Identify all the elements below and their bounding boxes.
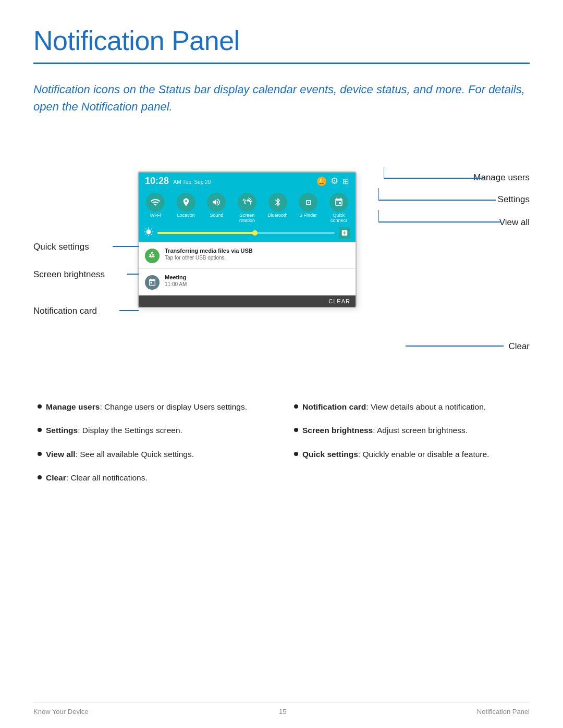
qs-screen-rotation[interactable]: Screen rotation [234, 193, 261, 223]
screen-brightness-label: Screen brightness [33, 269, 105, 280]
bullet-screen-brightness: Screen brightness: Adjust screen brightn… [294, 424, 525, 436]
bullet-dot [38, 452, 42, 456]
qs-bluetooth[interactable]: Bluetooth [264, 193, 291, 223]
clear-bar[interactable]: CLEAR [139, 295, 356, 307]
qs-location[interactable]: Location [173, 193, 200, 223]
meeting-icon [145, 275, 160, 290]
bullet-manage-users: Manage users: Change users or display Us… [38, 401, 269, 413]
quick-settings-callout: Quick settings [33, 242, 89, 252]
status-icons: 🔔 ⚙ ⊞ [317, 176, 349, 187]
grid-icon: ⊞ [342, 177, 349, 186]
brightness-thumb [252, 230, 258, 236]
quick-settings-label: Quick settings [33, 242, 89, 252]
notif-usb-text: Transferring media files via USB Tap for… [165, 248, 253, 261]
notification-area: Transferring media files via USB Tap for… [139, 242, 356, 295]
settings-line [378, 200, 496, 201]
bullet-quick-settings: Quick settings: Quickly enable or disabl… [294, 448, 525, 460]
view-all-callout: View all [499, 217, 530, 228]
sound-label: Sound [210, 213, 223, 218]
brightness-add-button[interactable] [339, 227, 350, 239]
footer-center: 15 [279, 708, 286, 715]
bullet-settings-text: Settings: Display the Settings screen. [46, 424, 182, 436]
phone-time: 10:28 AM Tue, Sep 20 [145, 176, 211, 187]
bullets-section: Manage users: Change users or display Us… [33, 401, 530, 495]
page-title: Notification Panel [33, 25, 530, 56]
bluetooth-icon [268, 193, 287, 212]
bullet-quick-settings-text: Quick settings: Quickly enable or disabl… [302, 448, 489, 460]
title-divider [33, 63, 530, 64]
qs-wifi[interactable]: Wi-Fi [142, 193, 169, 223]
footer-right: Notification Panel [477, 708, 530, 715]
bullets-left-col: Manage users: Change users or display Us… [38, 401, 269, 495]
view-all-line [378, 221, 501, 223]
quick-settings-row: Wi-Fi Location Sound Scree [139, 189, 356, 225]
notification-bell-icon: 🔔 [317, 177, 326, 186]
footer: Know Your Device 15 Notification Panel [33, 702, 530, 715]
bullets-right-col: Notification card: View details about a … [294, 401, 525, 495]
bullet-dot [38, 404, 42, 409]
usb-icon [145, 249, 160, 263]
subtitle: Notification icons on the Status bar dis… [33, 81, 530, 115]
wifi-label: Wi-Fi [150, 213, 161, 218]
bullet-dot [38, 428, 42, 432]
qs-quickconnect[interactable]: Quick connect [325, 193, 352, 223]
notif-meeting-text: Meeting 11:00 AM [165, 274, 187, 287]
qs-sound[interactable]: Sound [203, 193, 230, 223]
notification-card-label: Notification card [33, 306, 97, 316]
manage-users-vert-line [384, 167, 385, 179]
notification-card-callout: Notification card [33, 306, 97, 316]
footer-left: Know Your Device [33, 708, 89, 715]
quick-settings-line [113, 246, 139, 247]
location-icon [177, 193, 195, 212]
brightness-fill [157, 232, 255, 234]
qs-sfinder[interactable]: ⊡ S Finder [295, 193, 322, 223]
sfinder-label: S Finder [299, 213, 317, 218]
bullet-dot [38, 475, 42, 479]
rotation-label: Screen rotation [234, 213, 261, 223]
quickconnect-icon [329, 193, 348, 212]
bullet-dot [294, 404, 298, 409]
bullet-clear: Clear: Clear all notifications. [38, 472, 269, 484]
screen-brightness-callout: Screen brightness [33, 269, 105, 280]
bullet-manage-users-text: Manage users: Change users or display Us… [46, 401, 247, 413]
bluetooth-label: Bluetooth [268, 213, 288, 218]
rotation-icon [238, 193, 256, 212]
phone-mock: 10:28 AM Tue, Sep 20 🔔 ⚙ ⊞ Wi-Fi [138, 171, 357, 308]
brightness-line [127, 274, 139, 275]
view-all-label: View all [499, 217, 530, 228]
phone-status-bar: 10:28 AM Tue, Sep 20 🔔 ⚙ ⊞ [139, 172, 356, 189]
diagram-area: 10:28 AM Tue, Sep 20 🔔 ⚙ ⊞ Wi-Fi [33, 140, 530, 369]
bullet-screen-brightness-text: Screen brightness: Adjust screen brightn… [302, 424, 468, 436]
notification-card-line [119, 310, 139, 311]
notif-usb[interactable]: Transferring media files via USB Tap for… [139, 242, 356, 269]
quickconnect-label: Quick connect [325, 213, 352, 223]
manage-users-line [384, 178, 483, 179]
bullet-notification-card: Notification card: View details about a … [294, 401, 525, 413]
bullet-notification-card-text: Notification card: View details about a … [302, 401, 486, 413]
bullet-view-all-text: View all: See all available Quick settin… [46, 448, 194, 460]
sound-icon [207, 193, 226, 212]
location-label: Location [177, 213, 195, 218]
bullet-settings: Settings: Display the Settings screen. [38, 424, 269, 436]
bullet-view-all: View all: See all available Quick settin… [38, 448, 269, 460]
clear-button-label[interactable]: CLEAR [328, 298, 350, 304]
brightness-slider[interactable] [157, 232, 335, 234]
bullet-dot [294, 452, 298, 456]
clear-line [406, 346, 504, 347]
bullet-clear-text: Clear: Clear all notifications. [46, 472, 148, 484]
view-all-vert-line [378, 210, 380, 223]
notif-meeting[interactable]: Meeting 11:00 AM [139, 269, 356, 295]
bullet-dot [294, 428, 298, 432]
sfinder-icon: ⊡ [299, 193, 317, 212]
settings-callout: Settings [498, 194, 530, 205]
brightness-row [139, 225, 356, 242]
wifi-icon [146, 193, 165, 212]
clear-label: Clear [508, 341, 530, 352]
clear-callout: Clear [508, 341, 530, 352]
settings-gear-icon: ⚙ [331, 176, 338, 187]
brightness-sun-icon [144, 227, 153, 239]
settings-vert-line [378, 188, 380, 201]
settings-label: Settings [498, 194, 530, 205]
